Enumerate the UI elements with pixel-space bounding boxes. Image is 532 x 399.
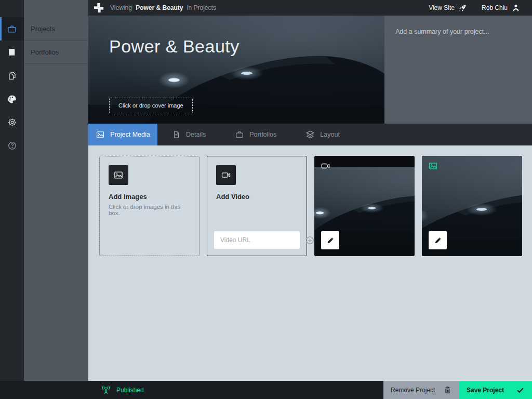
publish-status-label: Published: [116, 387, 144, 394]
tab-details[interactable]: Details: [157, 124, 220, 145]
tab-label: Details: [186, 131, 206, 138]
add-video-title: Add Video: [216, 193, 298, 201]
media-item-image[interactable]: [422, 156, 522, 256]
image-icon: [96, 130, 105, 139]
top-bar: Viewing Power & Beauty in Projects View …: [88, 0, 532, 16]
secondary-sidebar: Projects Portfolios: [24, 0, 88, 381]
document-icon: [172, 130, 181, 139]
remove-project-button[interactable]: Remove Project: [383, 381, 459, 399]
rail-item-book[interactable]: [0, 41, 24, 64]
tab-bar: Project Media Details Portfolios: [88, 124, 532, 145]
cover-drop-button[interactable]: Click or drop cover image: [109, 98, 193, 113]
add-video-url-button[interactable]: [305, 234, 315, 246]
video-camera-icon: [321, 161, 330, 171]
rail-item-appearance[interactable]: [0, 87, 24, 111]
summary-panel[interactable]: Add a summary of your project...: [384, 16, 532, 124]
edit-media-button[interactable]: [429, 231, 447, 249]
briefcase-icon: [235, 130, 244, 139]
video-url-input[interactable]: [214, 236, 305, 244]
publish-status[interactable]: Published: [100, 381, 144, 399]
image-icon: [428, 161, 438, 171]
broadcast-icon: [100, 384, 112, 396]
user-menu[interactable]: Rob Chiu: [476, 0, 526, 16]
rail-item-pages[interactable]: [0, 64, 24, 87]
rail-item-projects[interactable]: [0, 17, 24, 41]
book-icon: [7, 47, 17, 58]
layers-icon: [305, 130, 315, 139]
user-icon: [511, 3, 521, 12]
remove-project-label: Remove Project: [391, 387, 435, 394]
trash-icon: [443, 385, 452, 394]
add-video-box: Add Video: [207, 156, 307, 256]
media-content: Add Images Click or drop images in this …: [88, 145, 532, 381]
help-icon: [7, 141, 17, 151]
summary-placeholder: Add a summary of your project...: [395, 28, 489, 35]
breadcrumb-suffix: in Projects: [187, 4, 216, 11]
user-name: Rob Chiu: [482, 4, 508, 11]
edit-media-button[interactable]: [321, 231, 339, 249]
rail-item-settings[interactable]: [0, 111, 24, 134]
tab-project-media[interactable]: Project Media: [88, 124, 157, 145]
view-site-label: View Site: [429, 4, 455, 11]
tab-portfolios[interactable]: Portfolios: [220, 124, 291, 145]
add-images-title: Add Images: [109, 193, 190, 201]
breadcrumb-prefix: Viewing: [110, 4, 132, 11]
sidebar-item-projects[interactable]: Projects: [24, 17, 88, 41]
save-project-button[interactable]: Save Project: [459, 381, 532, 399]
view-site-button[interactable]: View Site: [423, 0, 472, 16]
cover-image-area[interactable]: Power & Beauty Click or drop cover image: [88, 16, 384, 124]
project-title: Power & Beauty: [109, 36, 240, 57]
briefcase-icon: [7, 24, 17, 34]
breadcrumb-project-name: Power & Beauty: [136, 4, 183, 11]
image-icon: [109, 165, 128, 185]
add-images-subtitle: Click or drop images in this box.: [109, 204, 190, 216]
tab-layout[interactable]: Layout: [291, 124, 354, 145]
check-icon: [516, 385, 525, 394]
app-logo-icon[interactable]: [94, 3, 104, 13]
media-item-video[interactable]: [314, 156, 415, 256]
sidebar-item-portfolios[interactable]: Portfolios: [24, 41, 88, 64]
tab-label: Project Media: [110, 131, 150, 138]
app-window: Projects Portfolios Viewing Power & Beau…: [0, 0, 532, 399]
breadcrumb: Viewing Power & Beauty in Projects: [110, 4, 216, 11]
save-project-label: Save Project: [467, 387, 504, 394]
rail-item-help[interactable]: [0, 134, 24, 157]
video-camera-icon: [216, 165, 236, 185]
rocket-icon: [458, 4, 467, 12]
tab-label: Layout: [320, 131, 340, 138]
add-images-dropzone[interactable]: Add Images Click or drop images in this …: [99, 156, 200, 256]
gear-icon: [7, 117, 17, 127]
video-url-field: [214, 231, 300, 249]
pages-icon: [7, 71, 17, 81]
icon-rail: [0, 0, 24, 381]
pencil-icon: [326, 236, 335, 245]
tab-label: Portfolios: [249, 131, 276, 138]
footer-bar: Published Remove Project Save Project: [0, 381, 532, 399]
palette-icon: [7, 94, 17, 104]
pencil-icon: [433, 236, 443, 245]
